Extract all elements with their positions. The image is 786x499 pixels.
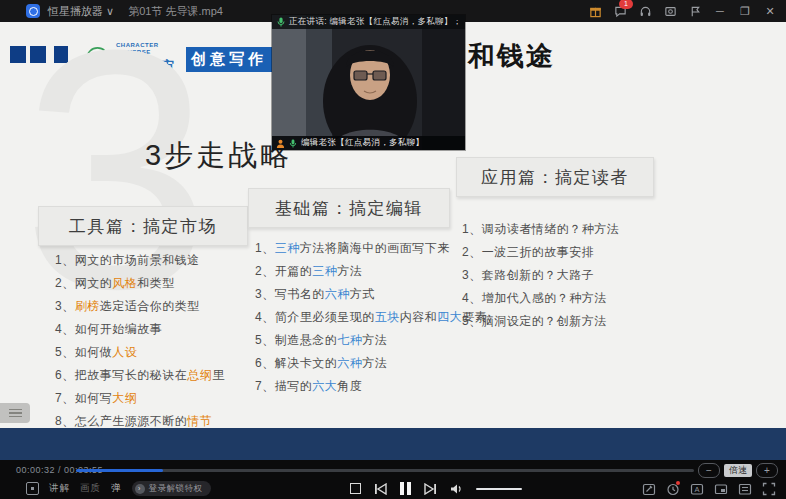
headphones-icon[interactable] (637, 3, 653, 19)
list-item: 7、描写的六大角度 (255, 378, 487, 395)
column-header-basics: 基础篇：搞定编辑 (248, 188, 450, 228)
slide-title-partial: 和钱途 (468, 38, 555, 74)
feedback-icon[interactable] (687, 3, 703, 19)
list-item: 4、如何开始编故事 (55, 321, 225, 338)
transport-controls (350, 478, 522, 499)
list-item: 4、简介里必须呈现的五块内容和四大要素 (255, 309, 487, 326)
progress-fill (76, 469, 163, 472)
webcam-overlay[interactable]: 正在讲话: 编辑老张【红点易消，多私聊】； 编辑老张【红点易消，多私聊】 (272, 15, 465, 150)
file-name: 第01节 先导课.mp4 (128, 4, 223, 19)
mic-icon (277, 17, 285, 27)
mic-icon (289, 139, 297, 148)
list-item: 3、套路创新的？大路子 (462, 267, 619, 284)
list-item: 1、三种方法将脑海中的画面写下来 (255, 240, 487, 257)
column-header-tools: 工具篇：搞定市场 (38, 206, 248, 246)
column-list-application: 1、调动读者情绪的？种方法2、一波三折的故事安排3、套路创新的？大路子4、增加代… (462, 221, 619, 330)
list-item: 5、制造悬念的七种方法 (255, 332, 487, 349)
app-logo-icon (26, 4, 40, 18)
login-button[interactable]: › 登录解锁特权 (132, 481, 211, 496)
list-item: 2、一波三折的故事安排 (462, 244, 619, 261)
explain-button[interactable]: 讲解 (49, 482, 70, 495)
list-item: 7、如何写大纲 (55, 390, 225, 407)
quality-button[interactable]: 画质 (80, 482, 101, 495)
list-item: 4、增加代入感的？种方法 (462, 290, 619, 307)
feature-icons: A (641, 478, 776, 499)
list-item: 6、把故事写长的秘诀在总纲里 (55, 367, 225, 384)
progress-bar[interactable] (76, 469, 694, 472)
app-name[interactable]: 恒星播放器 ∨ (48, 4, 114, 19)
list-item: 1、调动读者情绪的？种方法 (462, 221, 619, 238)
subtitle-icon[interactable]: A (689, 481, 704, 496)
slide-subtitle: 3步走战略 (145, 136, 292, 176)
maximize-button[interactable]: ❐ (737, 3, 753, 19)
message-badge: 1 (619, 0, 633, 9)
control-bar: 00:00:32 / 00:03:55 − 倍速 + 讲解 画质 弹 › 登录解… (0, 460, 786, 499)
list-item: 5、如何做人设 (55, 344, 225, 361)
close-button[interactable]: ✕ (762, 3, 778, 19)
danmaku-toggle[interactable]: 弹 (111, 482, 122, 495)
webcam-name-bar: 编辑老张【红点易消，多私聊】 (272, 136, 465, 150)
playlist-icon[interactable] (737, 481, 752, 496)
svg-text:A: A (694, 485, 699, 494)
clip-edit-icon[interactable] (641, 481, 656, 496)
list-item: 1、网文的市场前景和钱途 (55, 252, 225, 269)
pause-button[interactable] (400, 482, 411, 495)
speaking-banner: 正在讲话: 编辑老张【红点易消，多私聊】； (272, 15, 465, 29)
previous-button[interactable] (374, 483, 387, 495)
list-item: 5、脑洞设定的？创新方法 (462, 313, 619, 330)
column-list-tools: 1、网文的市场前景和钱途2、网文的风格和类型3、刷榜选定适合你的类型4、如何开始… (55, 252, 225, 428)
webcam-video (272, 15, 465, 150)
timer-alert-dot (676, 481, 680, 485)
playlist-handle[interactable] (0, 403, 30, 423)
stop-button[interactable] (350, 483, 361, 494)
list-item: 3、写书名的六种方式 (255, 286, 487, 303)
list-item: 2、网文的风格和类型 (55, 275, 225, 292)
minimize-button[interactable]: ─ (712, 3, 728, 19)
mini-window-icon[interactable] (26, 482, 39, 495)
list-item: 6、解决卡文的六种方法 (255, 355, 487, 372)
speed-increase-button[interactable]: + (756, 463, 778, 478)
volume-slider[interactable] (476, 488, 522, 490)
speed-control: − 倍速 + (698, 463, 778, 478)
snapshot-icon[interactable] (662, 3, 678, 19)
volume-icon[interactable] (450, 483, 463, 495)
list-item: 8、怎么产生源源不断的情节 (55, 413, 225, 428)
gift-icon[interactable] (587, 3, 603, 19)
speed-decrease-button[interactable]: − (698, 463, 720, 478)
fullscreen-icon[interactable] (761, 481, 776, 496)
person-icon (276, 139, 285, 148)
column-list-basics: 1、三种方法将脑海中的画面写下来2、开篇的三种方法3、写书名的六种方式4、简介里… (255, 240, 487, 395)
list-item: 2、开篇的三种方法 (255, 263, 487, 280)
login-arrow-icon: › (135, 484, 145, 494)
timer-icon[interactable] (665, 481, 680, 496)
message-icon[interactable]: 1 (612, 3, 628, 19)
speed-label[interactable]: 倍速 (724, 464, 752, 477)
next-button[interactable] (424, 483, 437, 495)
list-item: 3、刷榜选定适合你的类型 (55, 298, 225, 315)
column-header-application: 应用篇：搞定读者 (456, 157, 654, 197)
player-window: 恒星播放器 ∨ 第01节 先导课.mp4 1 ─ ❐ ✕ (0, 0, 786, 499)
pip-icon[interactable] (713, 481, 728, 496)
